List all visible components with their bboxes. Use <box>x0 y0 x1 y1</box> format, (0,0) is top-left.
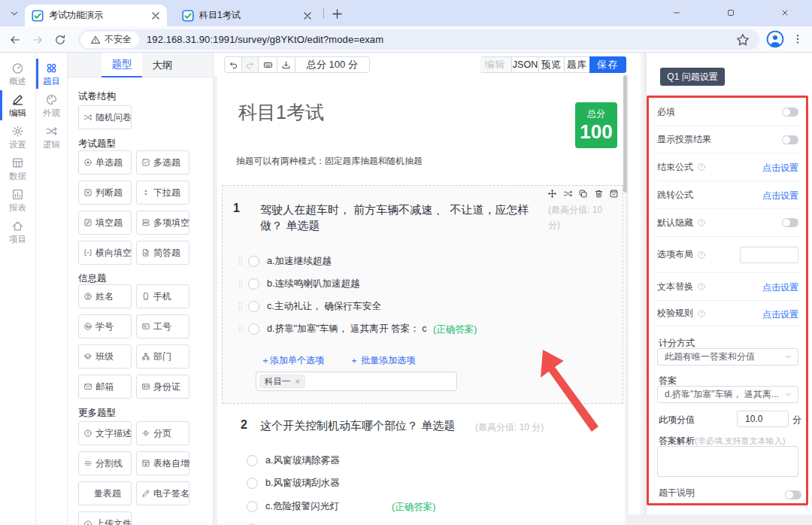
type-panel-tab[interactable]: 题型 <box>102 53 142 77</box>
type-button-5[interactable]: 部门 <box>136 344 189 369</box>
sidebar-item-4[interactable]: 报表 <box>0 185 35 215</box>
radio-icon[interactable] <box>248 301 259 312</box>
type-panel-tab[interactable]: 大纲 <box>142 53 183 77</box>
tab-search-chevron-icon[interactable] <box>6 6 23 21</box>
sidebar-item-5[interactable]: 项目 <box>0 217 35 247</box>
window-minimize-button[interactable] <box>650 0 704 26</box>
radio-icon[interactable] <box>248 278 259 290</box>
toolbar-button[interactable]: 预览 <box>538 56 565 73</box>
type-button-7[interactable]: 身份证 <box>136 375 189 399</box>
total-score-indicator[interactable]: 总分 100 分 <box>295 57 369 72</box>
question-title[interactable]: 这个开关控制机动车哪个部位？ 单选题 <box>260 419 455 433</box>
undo-icon[interactable] <box>225 57 242 72</box>
keyboard-shortcuts-icon[interactable] <box>259 57 277 72</box>
reload-button[interactable] <box>51 31 69 49</box>
click-to-set-link[interactable]: 点击设置 <box>762 190 798 202</box>
sidebar-item-2[interactable]: 逻辑 <box>36 122 67 152</box>
browser-tab-inactive[interactable]: 科目1考试 <box>171 5 319 26</box>
drag-handle-icon[interactable] <box>238 256 243 266</box>
type-button-1[interactable]: 多选题 <box>136 150 189 174</box>
toggle-switch[interactable] <box>782 218 798 227</box>
toggle-switch[interactable] <box>782 135 798 144</box>
type-button-5[interactable]: 多项填空 <box>136 211 189 235</box>
add-batch-option-link[interactable]: ＋ 批量添加选项 <box>350 354 415 367</box>
option-label[interactable]: c.主动礼让， 确保行车安全 <box>267 300 381 313</box>
type-button-7[interactable]: 简答题 <box>136 241 189 265</box>
sidebar-item-2[interactable]: 设置 <box>0 122 35 152</box>
type-button-6[interactable]: 邮箱 <box>78 375 132 399</box>
question-1-block[interactable]: 1 驾驶人在超车时， 前方车辆不减速 、 不让道，应怎样做？ 单选题 (最高分值… <box>222 185 623 404</box>
window-maximize-button[interactable] <box>704 0 758 26</box>
type-button-4[interactable]: 量表题 <box>78 481 132 505</box>
type-button-2[interactable]: 分割线 <box>78 451 132 475</box>
type-button-3[interactable]: 工号 <box>136 314 189 338</box>
type-button-2[interactable]: 学号 <box>78 314 132 338</box>
score-method-select[interactable]: 此题有唯一答案和分值 <box>657 348 798 366</box>
click-to-set-link[interactable]: 点击设置 <box>762 308 798 321</box>
sidebar-item-3[interactable]: 数据 <box>0 153 35 184</box>
type-button-3[interactable]: 下拉题 <box>136 181 189 205</box>
drag-handle-icon[interactable] <box>238 302 243 311</box>
option-label[interactable]: c.危险报警闪光灯 <box>265 500 339 513</box>
sidebar-item-0[interactable]: 概述 <box>0 59 35 89</box>
radio-icon[interactable] <box>248 323 259 335</box>
profile-avatar-icon[interactable] <box>766 30 784 48</box>
type-button-6[interactable]: 上传文件 <box>78 511 132 525</box>
move-icon[interactable] <box>547 189 557 199</box>
toggle-switch[interactable] <box>782 108 798 117</box>
type-button-4[interactable]: 填空题 <box>78 211 132 235</box>
analysis-textarea[interactable] <box>657 446 798 477</box>
tab-close-icon[interactable] <box>301 10 314 22</box>
sidebar-item-1[interactable]: 编辑 <box>0 90 35 120</box>
save-button[interactable]: 保存 <box>589 56 626 73</box>
question-tag-input[interactable]: 科目一 × <box>256 372 457 391</box>
help-icon[interactable] <box>697 309 706 318</box>
toolbar-button[interactable]: 题库 <box>564 56 590 73</box>
type-button-0[interactable]: 文字描述 <box>78 421 132 445</box>
help-icon[interactable] <box>697 250 706 259</box>
browser-menu-icon[interactable] <box>792 30 804 48</box>
drag-handle-icon[interactable] <box>238 279 243 289</box>
type-button-4[interactable]: 班级 <box>78 344 132 369</box>
forward-button[interactable] <box>29 31 47 49</box>
help-icon[interactable] <box>697 218 706 227</box>
type-button-1[interactable]: 手机 <box>136 284 189 308</box>
option-label[interactable]: a.加速继续超越 <box>267 255 332 268</box>
shuffle-option-icon[interactable] <box>563 189 573 199</box>
type-button-5[interactable]: 电子签名 <box>136 481 189 505</box>
bookmark-star-icon[interactable] <box>735 32 750 47</box>
option-label[interactable]: d.挤靠"加塞"车辆， 逼其离开 答案： c <box>267 323 427 335</box>
type-button-6[interactable]: 横向填空 <box>78 241 132 265</box>
import-icon[interactable] <box>277 57 295 72</box>
toolbar-button[interactable]: 编辑 <box>480 56 512 73</box>
type-button-1[interactable]: 分页 <box>136 421 189 445</box>
score-value-input[interactable]: 10.0 <box>737 411 789 427</box>
type-button-0[interactable]: 姓名 <box>78 284 132 308</box>
type-button-3[interactable]: 表格自增 <box>136 451 189 475</box>
type-button-2[interactable]: 判断题 <box>78 181 132 205</box>
browser-tab-active[interactable]: 考试功能演示 <box>25 5 167 26</box>
type-button-0[interactable]: 随机问卷 <box>78 105 132 129</box>
type-button-0[interactable]: 单选题 <box>78 150 132 174</box>
sidebar-item-0[interactable]: 题目 <box>36 59 67 89</box>
new-tab-button[interactable] <box>329 6 344 21</box>
sidebar-item-1[interactable]: 外观 <box>36 90 67 120</box>
click-to-set-link[interactable]: 点击设置 <box>762 281 798 294</box>
option-label[interactable]: a.风窗玻璃除雾器 <box>265 454 340 467</box>
window-close-button[interactable] <box>758 0 812 26</box>
survey-title[interactable]: 科目1考试 <box>238 100 324 125</box>
radio-icon[interactable] <box>247 478 258 489</box>
drag-handle-icon[interactable] <box>238 324 243 334</box>
radio-icon[interactable] <box>248 256 259 267</box>
copy-icon[interactable] <box>578 189 588 199</box>
canvas-scrollbar[interactable] <box>623 75 627 193</box>
option-layout-input[interactable] <box>740 247 798 263</box>
stem-toggle[interactable] <box>785 490 801 499</box>
radio-icon[interactable] <box>247 501 258 512</box>
question-settings-header[interactable]: Q1 问题设置 <box>660 68 725 86</box>
redo-icon[interactable] <box>242 57 259 72</box>
radio-icon[interactable] <box>247 455 258 466</box>
help-icon[interactable] <box>697 282 706 291</box>
question-title[interactable]: 驾驶人在超车时， 前方车辆不减速 、 不让道，应怎样做？ 单选题 <box>260 202 534 233</box>
address-bar[interactable]: 不安全 192.168.31.90:1991/survey/g8YKtO/edi… <box>78 29 759 50</box>
